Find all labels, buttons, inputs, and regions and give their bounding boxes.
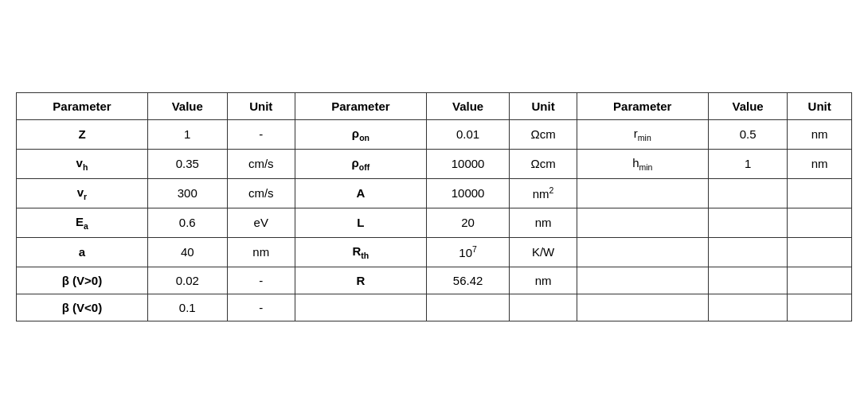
table-cell: ρoff xyxy=(295,149,426,178)
table-cell: cm/s xyxy=(227,178,295,208)
table-cell xyxy=(788,178,852,208)
table-cell: 10000 xyxy=(426,149,509,178)
table-cell xyxy=(708,294,788,321)
table-cell xyxy=(577,267,708,294)
table-cell: cm/s xyxy=(227,149,295,178)
table-row: vr300cm/sA10000nm2 xyxy=(17,178,852,208)
table-cell xyxy=(708,208,788,237)
table-cell: nm xyxy=(788,149,852,178)
table-cell: 1 xyxy=(708,149,788,178)
table-cell: nm2 xyxy=(510,178,577,208)
table-cell: 20 xyxy=(426,208,509,237)
table-cell: 107 xyxy=(426,237,509,267)
table-cell: eV xyxy=(227,208,295,237)
table-cell: 10000 xyxy=(426,178,509,208)
table-cell: vr xyxy=(17,178,148,208)
table-cell: 0.01 xyxy=(426,119,509,149)
table-cell: A xyxy=(295,178,426,208)
table-cell xyxy=(788,237,852,267)
col-header-param3: Parameter xyxy=(577,92,708,119)
table-row: Z1-ρon0.01Ωcmrmin0.5nm xyxy=(17,119,852,149)
table-cell: vh xyxy=(17,149,148,178)
table-cell: 300 xyxy=(147,178,227,208)
table-cell: - xyxy=(227,267,295,294)
table-cell: nm xyxy=(227,237,295,267)
table-cell: 56.42 xyxy=(426,267,509,294)
table-cell xyxy=(788,267,852,294)
table-row: Ea0.6eVL20nm xyxy=(17,208,852,237)
table-row: β (V<0)0.1- xyxy=(17,294,852,321)
table-cell: R xyxy=(295,267,426,294)
col-header-param1: Parameter xyxy=(17,92,148,119)
table-cell xyxy=(577,294,708,321)
table-cell: Ea xyxy=(17,208,148,237)
table-cell: nm xyxy=(510,208,577,237)
table-cell: nm xyxy=(510,267,577,294)
table-cell xyxy=(708,178,788,208)
table-cell xyxy=(577,178,708,208)
table-cell: 0.1 xyxy=(147,294,227,321)
table-cell: ρon xyxy=(295,119,426,149)
table-cell: 0.35 xyxy=(147,149,227,178)
table-row: β (V>0)0.02-R56.42nm xyxy=(17,267,852,294)
table-cell: β (V>0) xyxy=(17,267,148,294)
table-cell xyxy=(577,208,708,237)
table-cell: - xyxy=(227,294,295,321)
table-row: a40nmRth107K/W xyxy=(17,237,852,267)
table-cell: 0.6 xyxy=(147,208,227,237)
col-header-unit3: Unit xyxy=(788,92,852,119)
col-header-unit2: Unit xyxy=(510,92,577,119)
table-cell: - xyxy=(227,119,295,149)
table-cell: Z xyxy=(17,119,148,149)
table-cell: β (V<0) xyxy=(17,294,148,321)
table-cell: 40 xyxy=(147,237,227,267)
table-cell xyxy=(295,294,426,321)
table-cell: Rth xyxy=(295,237,426,267)
col-header-value2: Value xyxy=(426,92,509,119)
table-cell: Ωcm xyxy=(510,119,577,149)
table-cell xyxy=(708,237,788,267)
table-cell xyxy=(577,237,708,267)
table-cell xyxy=(510,294,577,321)
table-cell xyxy=(788,294,852,321)
header-row: Parameter Value Unit Parameter Value Uni… xyxy=(17,92,852,119)
table-cell xyxy=(426,294,509,321)
table-cell: a xyxy=(17,237,148,267)
col-header-param2: Parameter xyxy=(295,92,426,119)
table-row: vh0.35cm/sρoff10000Ωcmhmin1nm xyxy=(17,149,852,178)
col-header-value3: Value xyxy=(708,92,788,119)
table-cell: rmin xyxy=(577,119,708,149)
table-cell: hmin xyxy=(577,149,708,178)
table-cell: 0.02 xyxy=(147,267,227,294)
col-header-unit1: Unit xyxy=(227,92,295,119)
table-cell: K/W xyxy=(510,237,577,267)
table-cell: L xyxy=(295,208,426,237)
table-cell: Ωcm xyxy=(510,149,577,178)
col-header-value1: Value xyxy=(147,92,227,119)
table-cell xyxy=(788,208,852,237)
table-cell xyxy=(708,267,788,294)
parameters-table: Parameter Value Unit Parameter Value Uni… xyxy=(16,92,852,321)
table-cell: 0.5 xyxy=(708,119,788,149)
table-cell: nm xyxy=(788,119,852,149)
table-cell: 1 xyxy=(147,119,227,149)
